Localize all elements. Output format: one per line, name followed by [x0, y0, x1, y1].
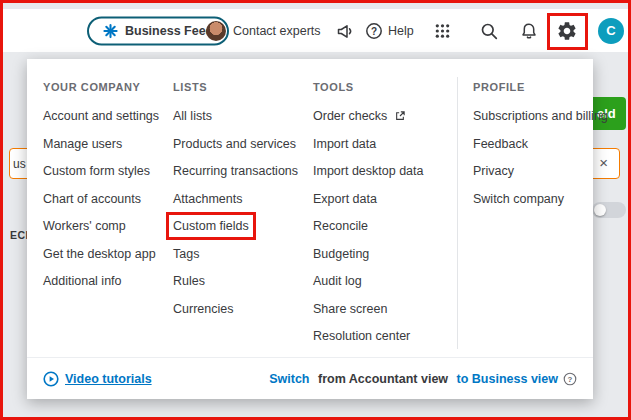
help-label: Help: [388, 24, 414, 38]
annotation-box-custom-fields: Custom fields: [173, 219, 249, 233]
switch-pre-label: Switch: [269, 372, 313, 386]
user-avatar[interactable]: C: [598, 18, 624, 44]
settings-menu-panel: YOUR COMPANY Account and settings Manage…: [27, 59, 593, 399]
menu-item-share-screen[interactable]: Share screen: [313, 302, 423, 316]
switch-bold-label: from Accountant view: [318, 372, 448, 386]
switch-view-link[interactable]: Switch from Accountant view to Business …: [269, 372, 577, 386]
contact-experts-label: Contact experts: [233, 24, 321, 38]
contact-experts-button[interactable]: Contact experts: [206, 21, 321, 41]
column-title: YOUR COMPANY: [43, 81, 159, 93]
switch-post-label: to Business view: [453, 372, 558, 386]
menu-item-privacy[interactable]: Privacy: [473, 164, 608, 178]
grid-icon: [434, 22, 451, 39]
menu-item-additional-info[interactable]: Additional info: [43, 274, 159, 288]
menu-item-reconcile[interactable]: Reconcile: [313, 219, 423, 233]
gear-icon: [556, 20, 578, 42]
menu-item-products-and-services[interactable]: Products and services: [173, 137, 298, 151]
video-tutorials-label: Video tutorials: [65, 372, 152, 386]
screenshot-root: eld us × ECI Business Feed Contact exper…: [0, 0, 631, 420]
menu-column-profile: PROFILE Subscriptions and billing Feedba…: [473, 81, 608, 219]
menu-item-recurring-transactions[interactable]: Recurring transactions: [173, 164, 298, 178]
menu-item-chart-of-accounts[interactable]: Chart of accounts: [43, 192, 159, 206]
menu-item-rules[interactable]: Rules: [173, 274, 298, 288]
expert-avatar: [206, 21, 226, 41]
menu-item-attachments[interactable]: Attachments: [173, 192, 298, 206]
search-icon: [480, 22, 498, 40]
menu-item-account-and-settings[interactable]: Account and settings: [43, 109, 159, 123]
order-checks-label: Order checks: [313, 109, 387, 123]
help-button[interactable]: ? Help: [365, 22, 414, 40]
menu-item-feedback[interactable]: Feedback: [473, 137, 608, 151]
menu-item-all-lists[interactable]: All lists: [173, 109, 298, 123]
menu-footer: Video tutorials Switch from Accountant v…: [27, 357, 593, 399]
menu-item-audit-log[interactable]: Audit log: [313, 274, 423, 288]
menu-item-import-data[interactable]: Import data: [313, 137, 423, 151]
menu-item-subscriptions-and-billing[interactable]: Subscriptions and billing: [473, 109, 608, 123]
menu-item-order-checks[interactable]: Order checks: [313, 109, 423, 123]
top-navbar: Business Feed Contact experts ? Help: [3, 9, 628, 52]
menu-column-tools: TOOLS Order checks Import data Import de…: [313, 81, 423, 357]
menu-item-workers-comp[interactable]: Workers' comp: [43, 219, 159, 233]
menu-item-budgeting[interactable]: Budgeting: [313, 247, 423, 261]
menu-item-custom-form-styles[interactable]: Custom form styles: [43, 164, 159, 178]
settings-gear-button[interactable]: [556, 20, 578, 42]
column-title: TOOLS: [313, 81, 423, 93]
announcements-button[interactable]: [336, 22, 354, 40]
column-title: LISTS: [173, 81, 298, 93]
external-link-icon: [395, 111, 405, 121]
svg-text:?: ?: [371, 25, 377, 36]
menu-item-resolution-center[interactable]: Resolution center: [313, 329, 423, 343]
help-circle-icon: ?: [563, 372, 577, 386]
svg-text:?: ?: [568, 374, 573, 383]
notifications-button[interactable]: [520, 22, 538, 40]
menu-item-get-the-desktop-app[interactable]: Get the desktop app: [43, 247, 159, 261]
menu-item-switch-company[interactable]: Switch company: [473, 192, 608, 206]
filter-bar-partial-text: us: [13, 157, 26, 171]
menu-item-tags[interactable]: Tags: [173, 247, 298, 261]
search-button[interactable]: [480, 22, 498, 40]
apps-grid-button[interactable]: [434, 22, 451, 39]
column-title: PROFILE: [473, 81, 608, 93]
spark-icon: [103, 23, 118, 38]
menu-column-lists: LISTS All lists Products and services Re…: [173, 81, 298, 329]
menu-item-export-data[interactable]: Export data: [313, 192, 423, 206]
business-feed-label: Business Feed: [125, 24, 213, 38]
megaphone-icon: [336, 22, 354, 40]
menu-item-manage-users[interactable]: Manage users: [43, 137, 159, 151]
column-divider: [457, 77, 458, 349]
menu-item-custom-fields[interactable]: Custom fields: [173, 219, 298, 233]
video-tutorials-link[interactable]: Video tutorials: [43, 371, 152, 387]
bell-icon: [520, 22, 538, 40]
play-circle-icon: [43, 371, 59, 387]
help-icon: ?: [365, 22, 383, 40]
menu-column-your-company: YOUR COMPANY Account and settings Manage…: [43, 81, 159, 302]
menu-item-currencies[interactable]: Currencies: [173, 302, 298, 316]
menu-item-import-desktop-data[interactable]: Import desktop data: [313, 164, 423, 178]
